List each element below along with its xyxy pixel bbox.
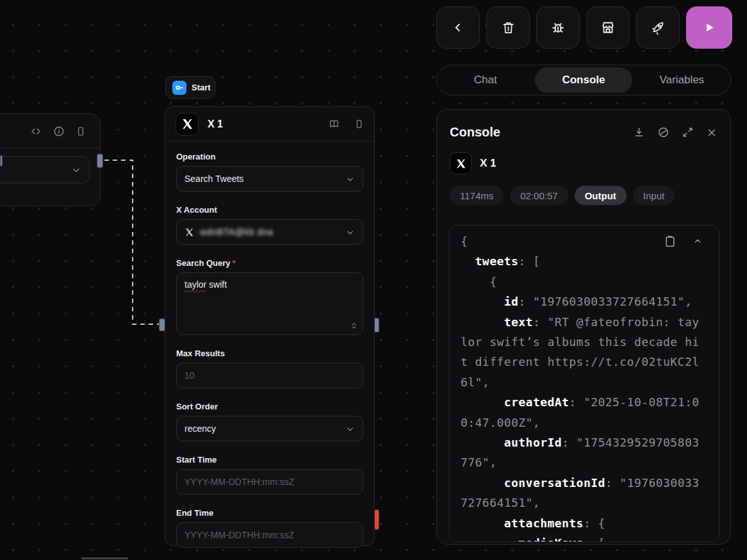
delete-button[interactable] bbox=[486, 6, 530, 49]
code-line: attachments: { bbox=[461, 513, 719, 533]
code-line: mediaKeys: [ bbox=[461, 533, 719, 542]
phone-icon[interactable] bbox=[354, 118, 364, 130]
x-node-form: Operation Search Tweets X Account wdnBTA… bbox=[165, 142, 374, 548]
x-logo-icon bbox=[185, 227, 194, 237]
x-node-title: X 1 bbox=[208, 119, 314, 130]
expand-icon[interactable] bbox=[682, 126, 694, 138]
textarea-resize-icon[interactable] bbox=[350, 322, 357, 330]
code-line: { bbox=[461, 272, 719, 292]
store-icon bbox=[600, 20, 616, 35]
code-line: 776", bbox=[461, 452, 719, 472]
copy-icon[interactable] bbox=[664, 233, 677, 249]
upstream-node[interactable] bbox=[0, 113, 101, 206]
sort-order-select[interactable]: recency bbox=[176, 416, 363, 441]
rocket-icon bbox=[650, 20, 666, 35]
code-line: authorId: "1754329529705803 bbox=[461, 432, 719, 452]
code-line: 6l", bbox=[461, 372, 719, 392]
run-button[interactable] bbox=[686, 6, 732, 49]
console-badges: 1174ms02:00:57OutputInput bbox=[437, 174, 730, 205]
start-time-label: Start Time bbox=[176, 455, 363, 465]
x-account-value: wdnBTA@kb dna bbox=[200, 227, 274, 237]
required-asterisk: * bbox=[233, 258, 236, 268]
close-icon[interactable] bbox=[706, 127, 718, 138]
sort-order-label: Sort Order bbox=[176, 402, 363, 411]
chevron-down-icon bbox=[345, 227, 355, 237]
connector-handle-left-edge[interactable] bbox=[0, 155, 3, 167]
collapse-icon[interactable] bbox=[692, 236, 703, 245]
code-line: text: "RT @fateofrobin: tay bbox=[461, 312, 719, 332]
code-line: tweets: [ bbox=[461, 251, 719, 271]
chevron-left-icon bbox=[452, 21, 464, 34]
search-query-value: taylor swift bbox=[185, 279, 227, 290]
tab-variables[interactable]: Variables bbox=[634, 74, 730, 86]
json-output: { tweets: [ { id: "1976030033727664151",… bbox=[450, 226, 719, 542]
trash-icon bbox=[501, 21, 516, 35]
badge-02-00-57[interactable]: 02:00:57 bbox=[510, 186, 568, 205]
end-time-label: End Time bbox=[176, 508, 363, 518]
operation-label: Operation bbox=[176, 152, 363, 161]
workflow-builder-app: Start X 1 Operation Search Tweets X bbox=[0, 0, 747, 560]
tab-console[interactable]: Console bbox=[535, 67, 632, 93]
start-time-placeholder: YYYY-MM-DDTHH:mm:ssZ bbox=[185, 477, 294, 487]
end-time-placeholder: YYYY-MM-DDTHH:mm:ssZ bbox=[185, 530, 294, 540]
play-icon bbox=[702, 21, 716, 35]
console-node-title: X 1 bbox=[480, 157, 497, 170]
x-node-header: X 1 bbox=[165, 107, 374, 142]
start-trigger-icon bbox=[172, 81, 186, 95]
back-button[interactable] bbox=[436, 6, 480, 49]
start-time-input[interactable]: YYYY-MM-DDTHH:mm:ssZ bbox=[176, 469, 363, 495]
console-panel: Console X 1 1174ms02:00:57OutputInput { … bbox=[436, 109, 731, 545]
horizontal-scrollbar[interactable] bbox=[81, 557, 128, 559]
bug-icon bbox=[550, 20, 566, 35]
search-query-label-text: Search Query bbox=[176, 258, 231, 268]
chevron-down-icon bbox=[345, 174, 355, 184]
chevron-down-icon bbox=[345, 424, 355, 434]
sort-order-value: recency bbox=[185, 424, 216, 434]
upstream-output-handle[interactable] bbox=[97, 154, 103, 168]
operation-select[interactable]: Search Tweets bbox=[176, 166, 363, 192]
max-results-input[interactable]: 10 bbox=[176, 363, 363, 388]
panel-tabbar: ChatConsoleVariables bbox=[436, 65, 731, 95]
code-line: createdAt: "2025-10-08T21:0 bbox=[461, 392, 719, 412]
x-logo-icon bbox=[450, 152, 472, 174]
code-line: t different https://t.co/02tuKC2l bbox=[461, 352, 719, 372]
docs-book-icon[interactable] bbox=[328, 119, 340, 129]
console-output-code[interactable]: { tweets: [ { id: "1976030033727664151",… bbox=[449, 225, 719, 542]
search-query-textarea[interactable]: taylor swift bbox=[176, 272, 363, 335]
error-handle[interactable] bbox=[374, 509, 379, 530]
code-line: conversationId: "1976030033 bbox=[461, 473, 719, 493]
code-icon[interactable] bbox=[29, 126, 42, 137]
x-logo-icon bbox=[176, 113, 199, 136]
x-account-select[interactable]: wdnBTA@kb dna bbox=[176, 219, 363, 245]
start-node[interactable]: Start bbox=[165, 76, 215, 99]
badge-input[interactable]: Input bbox=[633, 186, 675, 205]
code-line: lor swift’s albums this decade hi bbox=[461, 332, 719, 352]
debug-button[interactable] bbox=[536, 6, 580, 49]
operation-value: Search Tweets bbox=[185, 174, 243, 184]
badge-1174ms[interactable]: 1174ms bbox=[450, 186, 504, 205]
deploy-button[interactable] bbox=[636, 6, 680, 49]
clear-console-icon[interactable] bbox=[657, 126, 669, 138]
chevron-down-icon bbox=[71, 165, 81, 175]
search-query-label: Search Query* bbox=[176, 258, 363, 268]
info-icon[interactable] bbox=[53, 126, 65, 137]
toolbar bbox=[436, 6, 732, 49]
marketplace-button[interactable] bbox=[586, 6, 630, 49]
phone-icon[interactable] bbox=[76, 125, 86, 138]
max-results-label: Max Results bbox=[176, 349, 363, 358]
x-account-label: X Account bbox=[176, 205, 363, 215]
max-results-placeholder: 10 bbox=[185, 370, 195, 381]
x-node-panel[interactable]: X 1 Operation Search Tweets X Account bbox=[165, 106, 375, 546]
console-title: Console bbox=[450, 125, 621, 140]
end-time-input[interactable]: YYYY-MM-DDTHH:mm:ssZ bbox=[176, 522, 363, 548]
upstream-node-select[interactable] bbox=[0, 156, 90, 183]
code-line: 0:47.000Z", bbox=[461, 413, 719, 432]
badge-output[interactable]: Output bbox=[575, 186, 627, 205]
start-node-label: Start bbox=[192, 83, 211, 92]
upstream-node-header bbox=[0, 114, 100, 149]
download-icon[interactable] bbox=[633, 126, 645, 138]
tab-chat[interactable]: Chat bbox=[437, 74, 534, 86]
code-line: id: "1976030033727664151", bbox=[461, 292, 719, 311]
code-line: 727664151", bbox=[461, 493, 719, 513]
